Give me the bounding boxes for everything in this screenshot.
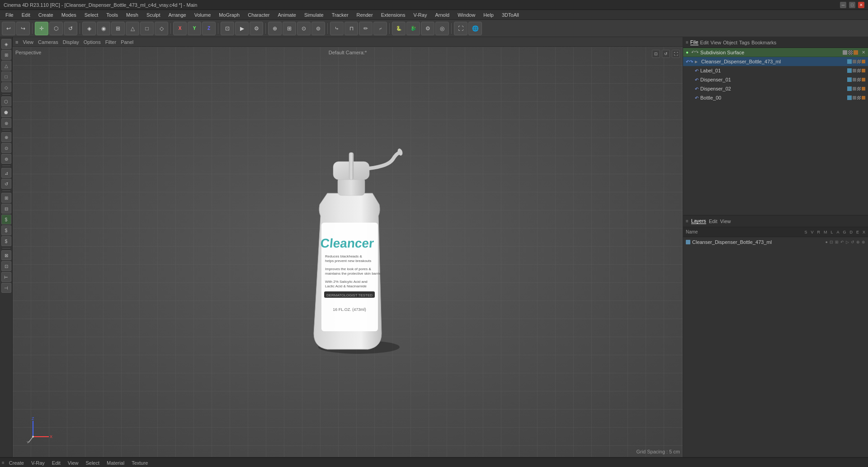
left-tool-8[interactable]: ⊛	[1, 118, 11, 128]
viewport-expand-icon[interactable]: ⊡	[652, 50, 660, 58]
dispenser01-item[interactable]: ↶ Dispenser_01	[683, 75, 868, 84]
viewport-refresh-icon[interactable]: ↺	[662, 50, 670, 58]
render-preview-button[interactable]: ⊡	[221, 22, 234, 35]
python-button[interactable]: 🐍	[392, 22, 406, 35]
scene-mode-button[interactable]: ⊞	[111, 22, 125, 35]
viewport-tab-panel[interactable]: Panel	[121, 39, 133, 45]
menu-item-sculpt[interactable]: Sculpt	[143, 11, 164, 19]
mat-tab-texture[interactable]: Texture	[129, 459, 151, 467]
viewport-menu-icon[interactable]: ≡	[15, 39, 18, 45]
layer-render-icon[interactable]: ⊞	[835, 240, 839, 244]
menu-item-extensions[interactable]: Extensions	[377, 11, 409, 19]
menu-item-mesh[interactable]: Mesh	[123, 11, 142, 19]
mat-tab-edit[interactable]: Edit	[49, 459, 63, 467]
sculpt-button[interactable]: ⌿	[373, 22, 387, 35]
snap-vertex-button[interactable]: ⊙	[297, 22, 311, 35]
mat-tab-view[interactable]: View	[65, 459, 81, 467]
menu-item-mograph[interactable]: MoGraph	[215, 11, 243, 19]
move-tool-button[interactable]: ✛	[35, 22, 48, 35]
layer-vis-icon[interactable]: ⊡	[830, 240, 833, 244]
axis-x-button[interactable]: X	[173, 22, 187, 35]
left-tool-16[interactable]: $	[1, 214, 11, 224]
left-tool-4[interactable]: □	[1, 71, 11, 81]
render-settings-button[interactable]: ⚙	[250, 22, 263, 35]
edge-mode-button[interactable]: □	[140, 22, 154, 35]
scale-tool-button[interactable]: ⬡	[49, 22, 63, 35]
plugin2-button[interactable]: ◎	[435, 22, 449, 35]
paint-button[interactable]: ✏	[359, 22, 373, 35]
poly-mode-button[interactable]: ◇	[155, 22, 168, 35]
left-tool-10[interactable]: ⊙	[1, 143, 11, 153]
menu-item-tracker[interactable]: Tracker	[328, 11, 352, 19]
bottle00-item[interactable]: ↶ Bottle_00	[683, 93, 868, 102]
scene-tab-view[interactable]: View	[711, 40, 722, 45]
scene-tab-tags[interactable]: Tags	[739, 40, 750, 45]
object-mode-button[interactable]: ◉	[97, 22, 110, 35]
viewport-tab-cameras[interactable]: Cameras	[38, 39, 58, 45]
minimize-button[interactable]: ─	[840, 2, 846, 8]
redo-button[interactable]: ↪	[16, 22, 30, 35]
left-tool-13[interactable]: ↺	[1, 179, 11, 189]
mat-tab-select[interactable]: Select	[83, 459, 102, 467]
layer-gen-icon[interactable]: ↺	[851, 240, 854, 244]
left-tool-3[interactable]: △	[1, 61, 11, 71]
menu-item-file[interactable]: File	[2, 11, 17, 19]
layers-tab-layers[interactable]: Layers	[691, 218, 706, 224]
arnold-button[interactable]: 🐉	[406, 22, 420, 35]
scene-tab-object[interactable]: Object	[723, 40, 737, 45]
left-tool-21[interactable]: ⊢	[1, 272, 11, 282]
mat-tab-create[interactable]: Create	[6, 459, 27, 467]
left-tool-11[interactable]: ⊚	[1, 154, 11, 164]
rotate-tool-button[interactable]: ↺	[64, 22, 77, 35]
left-tool-19[interactable]: ⊠	[1, 250, 11, 260]
scene-tab-file[interactable]: File	[690, 39, 698, 45]
mat-panel-menu-icon[interactable]: ≡	[2, 460, 5, 465]
maximize-button[interactable]: □	[849, 2, 855, 8]
menu-item-create[interactable]: Create	[35, 11, 57, 19]
layer-lock-icon[interactable]: ↶	[840, 240, 844, 244]
layers-tab-edit[interactable]: Edit	[709, 219, 717, 224]
undo-button[interactable]: ↩	[2, 22, 15, 35]
globe-button[interactable]: 🌐	[468, 22, 482, 35]
menu-item-animate[interactable]: Animate	[274, 11, 300, 19]
layer-solo-icon[interactable]: ●	[826, 240, 828, 244]
left-tool-18[interactable]: $	[1, 236, 11, 246]
layer-exp-icon[interactable]: ⊗	[862, 240, 865, 244]
left-tool-22[interactable]: ⊣	[1, 283, 11, 293]
menu-item-help[interactable]: Help	[480, 11, 497, 19]
bottle-object-item[interactable]: ↶↷ ▶ Cleanser_Dispenser_Bottle_473_ml	[683, 57, 868, 66]
menu-item-select[interactable]: Select	[81, 11, 102, 19]
left-tool-1[interactable]: ◈	[1, 39, 11, 49]
menu-item-tools[interactable]: Tools	[103, 11, 122, 19]
left-tool-9[interactable]: ⊕	[1, 132, 11, 142]
brush-button[interactable]: ⊓	[344, 22, 358, 35]
left-tool-12[interactable]: ⊿	[1, 168, 11, 178]
scene-panel-menu-icon[interactable]: ≡	[686, 40, 689, 45]
left-tool-7[interactable]: ⬟	[1, 107, 11, 117]
axis-y-button[interactable]: Y	[188, 22, 201, 35]
mat-tab-material[interactable]: Material	[104, 459, 127, 467]
viewport-tab-display[interactable]: Display	[63, 39, 79, 45]
menu-item-modes[interactable]: Modes	[58, 11, 80, 19]
menu-item-arrange[interactable]: Arrange	[165, 11, 190, 19]
render-button[interactable]: ▶	[235, 22, 249, 35]
layers-tab-view[interactable]: View	[720, 219, 731, 224]
menu-item-character[interactable]: Character	[244, 11, 273, 19]
menu-item-v-ray[interactable]: V-Ray	[410, 11, 430, 19]
snap-button[interactable]: ⊕	[268, 22, 282, 35]
menu-item-simulate[interactable]: Simulate	[301, 11, 327, 19]
viewport-fullscreen-icon[interactable]: ⛶	[672, 50, 680, 58]
label01-item[interactable]: ↶ Label_01	[683, 66, 868, 75]
menu-item-edit[interactable]: Edit	[18, 11, 34, 19]
left-tool-15[interactable]: ⊟	[1, 204, 11, 214]
viewport-tab-view[interactable]: View	[23, 39, 33, 45]
point-mode-button[interactable]: △	[126, 22, 139, 35]
model-mode-button[interactable]: ◈	[82, 22, 96, 35]
snap-grid-button[interactable]: ⊞	[283, 22, 296, 35]
menu-item-window[interactable]: Window	[454, 11, 479, 19]
menu-item-arnold[interactable]: Arnold	[431, 11, 453, 19]
subdiv-close-icon[interactable]: ✕	[862, 50, 865, 55]
close-button[interactable]: ✕	[858, 2, 864, 8]
scene-tab-bookmarks[interactable]: Bookmarks	[751, 40, 776, 45]
left-tool-14[interactable]: ⊞	[1, 193, 11, 203]
